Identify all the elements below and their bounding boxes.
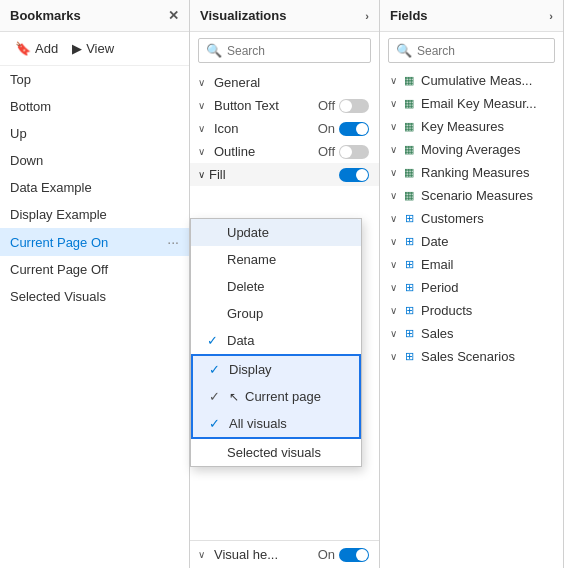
list-item[interactable]: Selected Visuals [0, 283, 189, 310]
field-item-products[interactable]: ∨ ⊞ Products [380, 299, 563, 322]
viz-search-bar[interactable]: 🔍 [198, 38, 371, 63]
close-icon[interactable]: ✕ [168, 8, 179, 23]
field-label: Key Measures [421, 119, 555, 134]
viz-icon-row[interactable]: ∨ Icon On [190, 117, 379, 140]
toggle-track[interactable] [339, 168, 369, 182]
off-label: Off [318, 98, 335, 113]
outline-toggle[interactable]: Off [318, 144, 369, 159]
chevron-down-icon: ∨ [198, 123, 210, 134]
toggle-track[interactable] [339, 145, 369, 159]
viz-general-section: ∨ General ∨ Button Text Off ∨ Icon On ∨ … [190, 69, 379, 188]
view-bookmark-button[interactable]: ▶ View [65, 38, 121, 59]
field-item-customers[interactable]: ∨ ⊞ Customers [380, 207, 563, 230]
ctx-display[interactable]: ✓ Display [193, 356, 359, 383]
button-text-label: Button Text [214, 98, 318, 113]
viz-outline-row[interactable]: ∨ Outline Off [190, 140, 379, 163]
field-item-moving-averages[interactable]: ∨ ▦ Moving Averages [380, 138, 563, 161]
list-item[interactable]: Top [0, 66, 189, 93]
more-options-icon[interactable]: ··· [167, 234, 179, 250]
table-icon: ⊞ [402, 327, 416, 341]
blue-box-section: ✓ Display ✓ ↖ Current page ✓ All visuals [191, 354, 361, 439]
ctx-rename[interactable]: Rename [191, 246, 361, 273]
visualizations-title: Visualizations [200, 8, 286, 23]
measure-icon: ▦ [402, 120, 416, 134]
field-item-email[interactable]: ∨ ⊞ Email [380, 253, 563, 276]
toggle-track[interactable] [339, 122, 369, 136]
icon-toggle[interactable]: On [318, 121, 369, 136]
ctx-selected-visuals[interactable]: Selected visuals [191, 439, 361, 466]
field-item-period[interactable]: ∨ ⊞ Period [380, 276, 563, 299]
add-bookmark-button[interactable]: 🔖 Add [8, 38, 65, 59]
chevron-down-icon: ∨ [390, 167, 397, 178]
field-label: Sales Scenarios [421, 349, 555, 364]
table-icon: ⊞ [402, 212, 416, 226]
context-menu-overlay: Update Rename Delete Group ✓ Data ✓ [190, 218, 362, 467]
table-icon: ⊞ [402, 235, 416, 249]
field-label: Cumulative Meas... [421, 73, 555, 88]
cursor-icon: ↖ [229, 390, 239, 404]
field-item-scenario-measures[interactable]: ∨ ▦ Scenario Measures [380, 184, 563, 207]
fields-panel: Fields › 🔍 ∨ ▦ Cumulative Meas... ∨ ▦ Em… [380, 0, 564, 568]
field-item-email-key[interactable]: ∨ ▦ Email Key Measur... [380, 92, 563, 115]
button-text-toggle[interactable]: Off [318, 98, 369, 113]
viz-button-text-row[interactable]: ∨ Button Text Off [190, 94, 379, 117]
ctx-data[interactable]: ✓ Data [191, 327, 361, 354]
field-item-sales-scenarios[interactable]: ∨ ⊞ Sales Scenarios [380, 345, 563, 368]
field-item-ranking-measures[interactable]: ∨ ▦ Ranking Measures [380, 161, 563, 184]
field-label: Products [421, 303, 555, 318]
chevron-down-icon: ∨ [198, 549, 210, 560]
visual-he-toggle[interactable]: On [318, 547, 369, 562]
chevron-down-icon: ∨ [390, 190, 397, 201]
general-label: General [214, 75, 369, 90]
measure-icon: ▦ [402, 143, 416, 157]
table-icon: ⊞ [402, 304, 416, 318]
chevron-down-icon: ∨ [390, 305, 397, 316]
field-item-sales[interactable]: ∨ ⊞ Sales [380, 322, 563, 345]
toggle-track[interactable] [339, 99, 369, 113]
expand-icon[interactable]: › [365, 10, 369, 22]
list-item[interactable]: Down [0, 147, 189, 174]
list-item[interactable]: Display Example [0, 201, 189, 228]
chevron-down-icon: ∨ [390, 144, 397, 155]
viz-visual-he-row[interactable]: ∨ Visual he... On [190, 541, 379, 568]
chevron-down-icon: ∨ [390, 75, 397, 86]
fields-search-bar[interactable]: 🔍 [388, 38, 555, 63]
viz-general-row[interactable]: ∨ General [190, 71, 379, 94]
viz-bottom-section: ∨ Visual he... On [190, 540, 379, 568]
expand-icon[interactable]: › [549, 10, 553, 22]
list-item-current-page-on[interactable]: Current Page On ··· [0, 228, 189, 256]
chevron-down-icon: ∨ [390, 328, 397, 339]
check-icon: ✓ [209, 389, 223, 404]
field-item-key-measures[interactable]: ∨ ▦ Key Measures [380, 115, 563, 138]
ctx-delete[interactable]: Delete [191, 273, 361, 300]
chevron-down-icon: ∨ [390, 282, 397, 293]
ctx-all-visuals[interactable]: ✓ All visuals [193, 410, 359, 437]
measure-icon: ▦ [402, 97, 416, 111]
field-item-date[interactable]: ∨ ⊞ Date [380, 230, 563, 253]
list-item[interactable]: Current Page Off [0, 256, 189, 283]
fields-title: Fields [390, 8, 428, 23]
viz-fill-row[interactable]: ∨ Fill [190, 163, 379, 186]
off-label: Off [318, 144, 335, 159]
visualizations-panel: Visualizations › 🔍 ∨ General ∨ Button Te… [190, 0, 380, 568]
field-label: Ranking Measures [421, 165, 555, 180]
bookmarks-header: Bookmarks ✕ [0, 0, 189, 32]
check-icon: ✓ [207, 333, 221, 348]
list-item[interactable]: Data Example [0, 174, 189, 201]
fields-list: ∨ ▦ Cumulative Meas... ∨ ▦ Email Key Mea… [380, 69, 563, 568]
ctx-update[interactable]: Update [191, 219, 361, 246]
field-label: Email Key Measur... [421, 96, 555, 111]
viz-search-input[interactable] [227, 44, 363, 58]
fields-search-input[interactable] [417, 44, 547, 58]
chevron-down-icon: ∨ [390, 98, 397, 109]
list-item[interactable]: Up [0, 120, 189, 147]
table-icon: ⊞ [402, 281, 416, 295]
ctx-current-page[interactable]: ✓ ↖ Current page [193, 383, 359, 410]
toggle-track[interactable] [339, 548, 369, 562]
list-item[interactable]: Bottom [0, 93, 189, 120]
ctx-group[interactable]: Group [191, 300, 361, 327]
field-label: Email [421, 257, 555, 272]
icon-label: Icon [214, 121, 318, 136]
bookmarks-panel: Bookmarks ✕ 🔖 Add ▶ View Top Bottom Up D… [0, 0, 190, 568]
field-item-cumulative[interactable]: ∨ ▦ Cumulative Meas... [380, 69, 563, 92]
